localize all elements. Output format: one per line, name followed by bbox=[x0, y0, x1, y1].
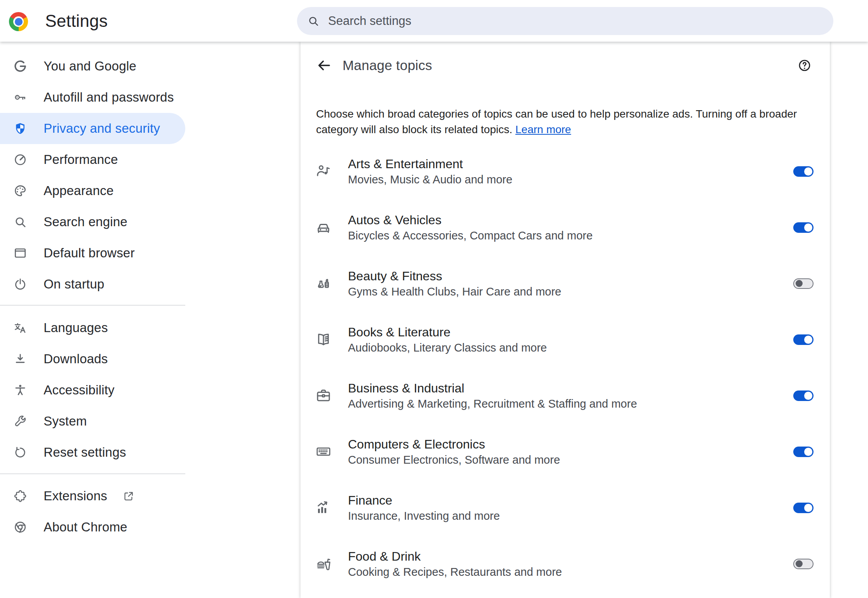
toggle-knob bbox=[804, 167, 812, 176]
sidebar-item-label: Languages bbox=[44, 320, 108, 335]
topic-title: Computers & Electronics bbox=[348, 436, 560, 452]
google-g-icon bbox=[13, 59, 27, 73]
car-icon bbox=[315, 219, 332, 236]
sidebar-item-label: Default browser bbox=[44, 246, 135, 260]
sidebar-item-label: About Chrome bbox=[44, 520, 127, 535]
toggle-business-industrial[interactable] bbox=[793, 390, 814, 401]
sidebar-divider bbox=[0, 473, 185, 474]
topic-text: Beauty & FitnessGyms & Health Clubs, Hai… bbox=[348, 268, 561, 299]
palette-icon bbox=[13, 184, 27, 198]
topic-row-business-industrial: Business & IndustrialAdvertising & Marke… bbox=[300, 368, 830, 424]
toggle-books-literature[interactable] bbox=[793, 334, 814, 345]
manage-topics-card: Manage topics Choose which broad categor… bbox=[300, 42, 830, 598]
sidebar-item-label: On startup bbox=[44, 277, 104, 292]
sidebar-item-label: Downloads bbox=[44, 352, 108, 366]
topic-subtitle: Bicycles & Accessories, Compact Cars and… bbox=[348, 228, 593, 243]
sidebar-item-default-browser[interactable]: Default browser bbox=[0, 237, 185, 269]
sidebar-item-search-engine[interactable]: Search engine bbox=[0, 206, 185, 237]
back-button[interactable] bbox=[315, 56, 333, 75]
sidebar-item-about-chrome[interactable]: About Chrome bbox=[0, 512, 185, 543]
topic-subtitle: Advertising & Marketing, Recruitment & S… bbox=[348, 396, 637, 411]
help-button[interactable] bbox=[796, 57, 813, 74]
page-description: Choose which broad categories of topics … bbox=[316, 106, 816, 137]
sidebar-item-reset-settings[interactable]: Reset settings bbox=[0, 437, 185, 468]
toggle-knob bbox=[804, 336, 812, 344]
toggle-knob bbox=[796, 280, 803, 287]
speedometer-icon bbox=[13, 153, 27, 167]
sidebar-item-on-startup[interactable]: On startup bbox=[0, 269, 185, 300]
search-input[interactable] bbox=[328, 14, 823, 28]
topic-title: Finance bbox=[348, 492, 500, 508]
briefcase-icon bbox=[315, 387, 332, 404]
sidebar-item-label: Reset settings bbox=[44, 445, 126, 460]
topic-text: Business & IndustrialAdvertising & Marke… bbox=[348, 380, 637, 411]
finance-icon bbox=[315, 500, 332, 516]
translate-icon bbox=[13, 321, 27, 335]
topic-text: FinanceInsurance, Investing and more bbox=[348, 492, 500, 523]
topic-title: Food & Drink bbox=[348, 548, 562, 565]
card-toolbar: Manage topics bbox=[300, 42, 830, 89]
external-link-icon bbox=[123, 490, 135, 502]
topic-subtitle: Cooking & Recipes, Restaurants and more bbox=[348, 565, 562, 579]
toggle-food-drink[interactable] bbox=[793, 559, 814, 569]
topic-row-finance: FinanceInsurance, Investing and more bbox=[300, 480, 830, 536]
topic-text: Books & LiteratureAudiobooks, Literary C… bbox=[348, 324, 547, 355]
sidebar-item-label: Autofill and passwords bbox=[44, 90, 174, 105]
toggle-beauty-fitness[interactable] bbox=[793, 278, 814, 289]
toggle-autos-vehicles[interactable] bbox=[793, 222, 814, 233]
topic-subtitle: Gyms & Health Clubs, Hair Care and more bbox=[348, 284, 561, 299]
topic-row-beauty-fitness: Beauty & FitnessGyms & Health Clubs, Hai… bbox=[300, 255, 830, 311]
topics-list: Arts & EntertainmentMovies, Music & Audi… bbox=[300, 143, 830, 592]
toggle-finance[interactable] bbox=[793, 503, 814, 513]
settings-search-bar[interactable] bbox=[297, 7, 833, 35]
reset-icon bbox=[13, 445, 27, 459]
toggle-computers-electronics[interactable] bbox=[793, 447, 814, 457]
sidebar-item-languages[interactable]: Languages bbox=[0, 312, 185, 343]
toggle-knob bbox=[804, 448, 812, 456]
download-icon bbox=[13, 352, 27, 366]
topic-row-computers-electronics: Computers & ElectronicsConsumer Electron… bbox=[300, 424, 830, 480]
sidebar-item-appearance[interactable]: Appearance bbox=[0, 175, 185, 206]
food-icon bbox=[315, 556, 332, 572]
sidebar-item-label: Extensions bbox=[44, 489, 107, 503]
sidebar-item-accessibility[interactable]: Accessibility bbox=[0, 375, 185, 406]
sidebar-item-label: Search engine bbox=[44, 215, 127, 229]
page-title: Manage topics bbox=[343, 58, 432, 73]
chrome-logo bbox=[9, 12, 28, 31]
toggle-knob bbox=[804, 223, 812, 232]
topic-subtitle: Insurance, Investing and more bbox=[348, 508, 500, 523]
learn-more-link[interactable]: Learn more bbox=[515, 123, 571, 135]
sidebar-item-extensions[interactable]: Extensions bbox=[0, 480, 185, 512]
app-title: Settings bbox=[45, 0, 108, 42]
topic-text: Food & DrinkCooking & Recipes, Restauran… bbox=[348, 548, 562, 579]
sidebar-item-label: Privacy and security bbox=[44, 121, 160, 136]
topic-row-autos-vehicles: Autos & VehiclesBicycles & Accessories, … bbox=[300, 199, 830, 255]
toggle-knob bbox=[796, 560, 803, 567]
search-icon bbox=[307, 15, 320, 27]
sidebar-item-label: Performance bbox=[44, 152, 118, 167]
topic-title: Business & Industrial bbox=[348, 380, 637, 396]
topic-title: Arts & Entertainment bbox=[348, 156, 512, 172]
sidebar-item-privacy-and-security[interactable]: Privacy and security bbox=[0, 113, 185, 144]
topic-title: Beauty & Fitness bbox=[348, 268, 561, 284]
toggle-arts-entertainment[interactable] bbox=[793, 166, 814, 177]
sidebar-item-performance[interactable]: Performance bbox=[0, 144, 185, 175]
accessibility-icon bbox=[13, 383, 27, 397]
sidebar-item-downloads[interactable]: Downloads bbox=[0, 343, 185, 375]
person-music-icon bbox=[315, 163, 332, 179]
chrome-icon bbox=[13, 520, 27, 534]
topic-subtitle: Consumer Electronics, Software and more bbox=[348, 452, 560, 467]
sidebar-item-label: You and Google bbox=[44, 59, 136, 74]
shield-icon bbox=[13, 121, 27, 135]
sidebar-item-system[interactable]: System bbox=[0, 406, 185, 437]
sidebar-item-label: Appearance bbox=[44, 183, 114, 198]
wrench-icon bbox=[13, 414, 27, 428]
search-icon bbox=[13, 215, 27, 229]
sidebar-item-you-and-google[interactable]: You and Google bbox=[0, 51, 185, 82]
help-icon bbox=[798, 58, 812, 72]
sidebar-item-label: Accessibility bbox=[44, 383, 114, 397]
app-header: Settings bbox=[0, 0, 868, 42]
sidebar-item-autofill-and-passwords[interactable]: Autofill and passwords bbox=[0, 82, 185, 113]
browser-icon bbox=[13, 246, 27, 260]
topic-title: Autos & Vehicles bbox=[348, 212, 593, 228]
